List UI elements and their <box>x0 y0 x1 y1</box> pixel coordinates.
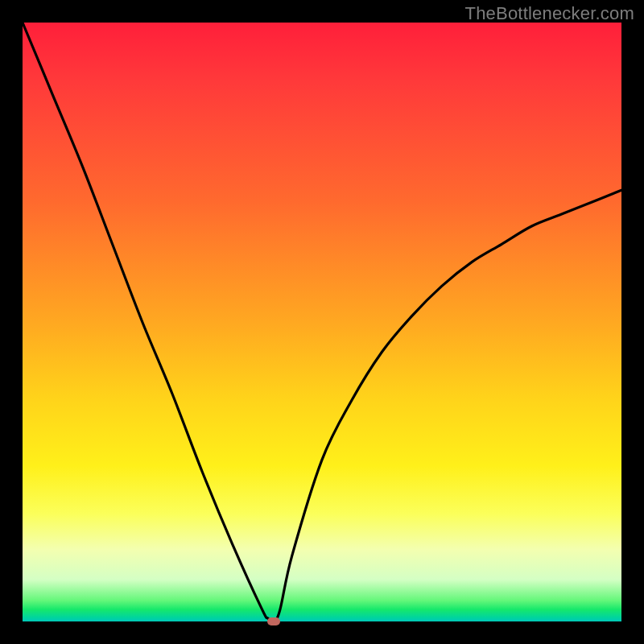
optimal-point-marker <box>267 617 280 625</box>
watermark-text: TheBottlenecker.com <box>465 3 634 24</box>
plot-area <box>23 23 621 621</box>
chart-frame: TheBottlenecker.com <box>0 0 644 644</box>
bottleneck-curve <box>23 23 621 621</box>
